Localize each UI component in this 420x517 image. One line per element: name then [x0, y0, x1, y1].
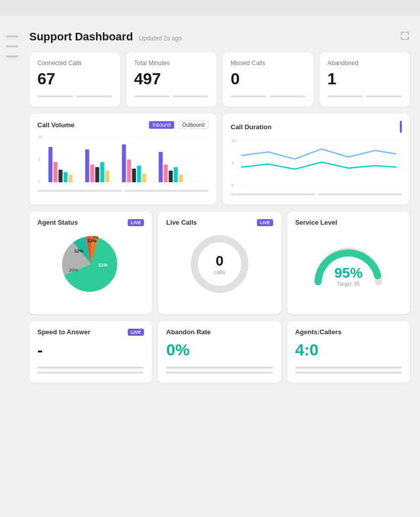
svg-rect-20 — [142, 174, 146, 182]
stat-bar — [366, 95, 402, 97]
svg-text:3%: 3% — [92, 235, 98, 240]
bar-placeholder — [37, 372, 144, 374]
live-calls-label: calls — [214, 269, 225, 275]
svg-rect-11 — [85, 149, 89, 182]
svg-rect-17 — [127, 160, 131, 182]
svg-rect-19 — [137, 166, 141, 182]
stat-label-connected: Connected Calls — [37, 60, 112, 67]
bar-placeholder — [166, 367, 273, 369]
svg-rect-22 — [164, 165, 168, 182]
agent-status-card: Agent Status LIVE — [29, 212, 152, 314]
live-calls-donut: 0 calls — [166, 231, 273, 297]
svg-rect-16 — [122, 144, 126, 182]
svg-rect-6 — [48, 147, 52, 182]
svg-text:10: 10 — [38, 135, 42, 139]
bar-placeholder — [37, 367, 144, 369]
sidebar-item-2[interactable] — [6, 45, 18, 47]
sidebar — [0, 25, 24, 517]
live-calls-footer — [166, 302, 273, 305]
stat-bar — [125, 190, 209, 192]
service-level-value: 95% — [334, 265, 362, 281]
stat-bar — [270, 95, 305, 97]
svg-text:51%: 51% — [98, 263, 108, 268]
stat-bar-row — [37, 95, 112, 97]
svg-text:0: 0 — [38, 180, 40, 183]
svg-rect-23 — [169, 171, 173, 182]
stat-bar — [37, 95, 73, 97]
stat-card-connected: Connected Calls 67 — [29, 53, 120, 107]
updated-text: Updated 2s ago — [139, 35, 182, 42]
agent-status-footer — [37, 302, 144, 305]
charts-row: Call Volume Inbound Outbound 10 5 0 — [29, 114, 410, 204]
main-content: Support Dashboard Updated 2s ago Connect… — [24, 25, 420, 517]
service-level-gauge: 95% Target: 95 — [295, 231, 402, 297]
stat-bar-row — [328, 95, 402, 97]
svg-rect-9 — [64, 172, 68, 182]
speed-to-answer-title: Speed to Answer — [37, 328, 90, 336]
page-title: Support Dashboard — [29, 30, 133, 43]
call-volume-chart: 10 5 0 — [37, 134, 208, 185]
stat-bar — [173, 95, 208, 97]
svg-text:5: 5 — [38, 158, 40, 161]
stat-bar — [231, 193, 315, 195]
agent-status-title: Agent Status — [37, 219, 78, 226]
svg-rect-8 — [59, 170, 63, 182]
svg-rect-18 — [132, 169, 136, 182]
bar-placeholder — [295, 372, 402, 374]
expand-icon[interactable] — [400, 31, 410, 43]
stat-value-abandoned: 1 — [328, 70, 402, 88]
call-duration-title: Call Duration — [231, 123, 272, 131]
bar-placeholder — [166, 372, 273, 374]
dashboard-header: Support Dashboard Updated 2s ago — [29, 30, 410, 43]
call-volume-legend: Inbound Outbound — [149, 121, 208, 129]
svg-text:20%: 20% — [69, 268, 78, 273]
stat-bar-row — [231, 95, 305, 97]
sidebar-item-3[interactable] — [6, 56, 18, 58]
svg-rect-14 — [100, 162, 104, 182]
stat-card-missed: Missed Calls 0 — [223, 53, 313, 107]
stat-bar — [37, 190, 122, 192]
svg-rect-10 — [69, 175, 73, 182]
svg-rect-7 — [54, 162, 58, 182]
svg-text:5: 5 — [232, 161, 234, 165]
stat-label-minutes: Total Minutes — [134, 60, 209, 67]
stat-bar-row — [134, 95, 209, 97]
agents-callers-title: Agents:Callers — [295, 328, 342, 336]
widgets-row: Agent Status LIVE — [29, 212, 410, 314]
service-level-target: Target: 95 — [334, 281, 362, 287]
live-calls-live-badge: LIVE — [257, 219, 273, 226]
call-duration-card: Call Duration 10 5 0 — [223, 114, 410, 204]
call-volume-card: Call Volume Inbound Outbound 10 5 0 — [29, 114, 217, 204]
call-duration-chart: 10 5 0 9am 10am 11am — [231, 138, 402, 188]
svg-rect-12 — [90, 165, 94, 182]
svg-rect-25 — [179, 175, 183, 182]
stat-value-missed: 0 — [231, 70, 305, 88]
svg-text:0: 0 — [232, 183, 234, 187]
service-level-title: Service Level — [295, 219, 337, 226]
svg-rect-15 — [106, 171, 110, 182]
stat-bar — [328, 95, 363, 97]
svg-rect-13 — [95, 167, 99, 182]
svg-text:10: 10 — [232, 138, 236, 143]
duration-indicator — [400, 121, 402, 133]
svg-rect-21 — [159, 152, 163, 182]
legend-inbound: Inbound — [149, 121, 174, 129]
bar-placeholder — [295, 367, 402, 369]
speed-to-answer-badge: LIVE — [128, 329, 144, 336]
stat-bar — [318, 193, 402, 195]
chart-footer — [37, 190, 208, 192]
agent-status-live-badge: LIVE — [128, 219, 144, 226]
bottom-stats-row: Speed to Answer LIVE - Abandon Rate 0% — [29, 321, 410, 383]
sidebar-item-1[interactable] — [6, 35, 18, 37]
agents-callers-card: Agents:Callers 4:0 — [287, 321, 410, 383]
abandon-rate-title: Abandon Rate — [166, 328, 211, 336]
stat-bar — [231, 95, 267, 97]
svg-rect-24 — [174, 167, 178, 182]
live-calls-value: 0 — [214, 253, 225, 269]
stat-card-minutes: Total Minutes 497 — [126, 53, 217, 107]
stat-card-abandoned: Abandoned 1 — [320, 53, 410, 107]
speed-to-answer-card: Speed to Answer LIVE - — [29, 321, 152, 383]
stat-label-abandoned: Abandoned — [328, 60, 402, 67]
stat-bar — [76, 95, 112, 97]
legend-outbound: Outbound — [178, 121, 208, 129]
